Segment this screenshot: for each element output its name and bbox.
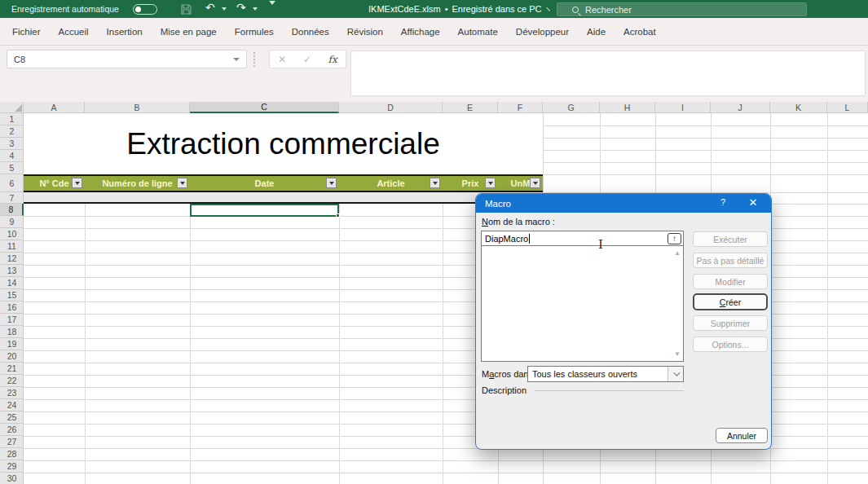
row-header-30[interactable]: 30 xyxy=(0,473,24,484)
scroll-up-icon[interactable]: ▲ xyxy=(674,249,681,257)
insert-function-icon[interactable]: fx xyxy=(328,54,337,65)
undo-dropdown-icon[interactable] xyxy=(222,7,227,11)
macro-name-input[interactable]: DiapMacro ↑ xyxy=(481,231,684,246)
ribbon-tab-formules[interactable]: Formules xyxy=(226,18,283,45)
save-icon[interactable] xyxy=(181,3,192,18)
column-header-l[interactable]: L xyxy=(827,102,868,113)
row-header-22[interactable]: 22 xyxy=(0,375,24,387)
row-header-14[interactable]: 14 xyxy=(0,277,24,289)
row-header-15[interactable]: 15 xyxy=(0,289,24,301)
ribbon-tab-développeur[interactable]: Développeur xyxy=(507,18,578,45)
cancel-button[interactable]: Annuler xyxy=(716,428,768,443)
fill-handle[interactable] xyxy=(336,213,340,218)
row-header-12[interactable]: 12 xyxy=(0,253,24,265)
column-headers: ABCDEFGHIJKL xyxy=(24,102,868,113)
table-spacer-row[interactable] xyxy=(24,192,543,204)
ribbon-tab-révision[interactable]: Révision xyxy=(338,18,392,45)
merged-title-cell[interactable]: Extraction commerciale xyxy=(24,113,543,174)
supprimer-button[interactable]: Supprimer xyxy=(693,315,768,331)
ribbon-tab-affichage[interactable]: Affichage xyxy=(392,18,449,45)
column-header-f[interactable]: F xyxy=(498,102,543,113)
name-box[interactable]: C8 xyxy=(7,50,247,68)
filter-dropdown-icon[interactable] xyxy=(430,178,440,188)
cancel-entry-icon[interactable]: ✕ xyxy=(278,54,286,65)
filter-dropdown-icon[interactable] xyxy=(177,178,187,188)
row-header-18[interactable]: 18 xyxy=(0,326,24,338)
document-title[interactable]: IKMExtCdeE.xlsm • Enregistré dans ce PC xyxy=(368,4,551,14)
row-header-19[interactable]: 19 xyxy=(0,338,24,350)
pas-à-pas-détaillé-button[interactable]: Pas à pas détaillé xyxy=(693,253,768,268)
modifier-button[interactable]: Modifier xyxy=(693,274,768,289)
autosave-toggle[interactable] xyxy=(133,4,157,15)
combo-dropdown-icon[interactable] xyxy=(668,367,683,381)
collapse-up-icon[interactable]: ↑ xyxy=(668,233,681,244)
column-header-i[interactable]: I xyxy=(655,102,711,113)
row-header-16[interactable]: 16 xyxy=(0,301,24,314)
column-header-c[interactable]: C xyxy=(190,102,339,113)
toggle-knob xyxy=(135,7,141,12)
macro-listbox[interactable]: ▲ ▼ xyxy=(481,246,684,362)
column-header-d[interactable]: D xyxy=(339,102,443,113)
row-header-1[interactable]: 1 xyxy=(0,113,24,125)
ribbon-tab-données[interactable]: Données xyxy=(283,18,338,45)
column-header-a[interactable]: A xyxy=(24,102,85,113)
filter-dropdown-icon[interactable] xyxy=(530,178,540,188)
column-header-b[interactable]: B xyxy=(85,102,190,113)
redo-dropdown-icon[interactable] xyxy=(253,7,258,11)
créer-button[interactable]: Créer xyxy=(693,293,768,310)
filter-dropdown-icon[interactable] xyxy=(326,178,337,188)
row-header-11[interactable]: 11 xyxy=(0,240,24,253)
row-header-23[interactable]: 23 xyxy=(0,387,24,399)
column-header-e[interactable]: E xyxy=(443,102,498,113)
gridline-horizontal xyxy=(543,174,868,175)
row-header-7[interactable]: 7 xyxy=(0,192,24,204)
row-header-27[interactable]: 27 xyxy=(0,436,24,448)
row-header-6[interactable]: 6 xyxy=(0,174,24,192)
help-icon[interactable]: ? xyxy=(717,197,729,207)
row-header-10[interactable]: 10 xyxy=(0,228,24,240)
ribbon-tab-accueil[interactable]: Accueil xyxy=(50,18,98,45)
row-header-17[interactable]: 17 xyxy=(0,314,24,326)
row-header-20[interactable]: 20 xyxy=(0,350,24,363)
row-header-28[interactable]: 28 xyxy=(0,448,24,460)
formula-input[interactable] xyxy=(350,51,866,96)
row-header-9[interactable]: 9 xyxy=(0,216,24,228)
column-header-k[interactable]: K xyxy=(770,102,827,113)
confirm-entry-icon[interactable]: ✓ xyxy=(303,54,311,65)
row-header-26[interactable]: 26 xyxy=(0,424,24,436)
select-all-corner[interactable] xyxy=(0,102,24,113)
column-header-j[interactable]: J xyxy=(711,102,770,113)
close-icon[interactable]: ✕ xyxy=(747,196,760,209)
filter-dropdown-icon[interactable] xyxy=(485,178,496,188)
column-header-g[interactable]: G xyxy=(543,102,600,113)
row-header-13[interactable]: 13 xyxy=(0,265,24,277)
scroll-down-icon[interactable]: ▼ xyxy=(674,350,681,358)
row-header-4[interactable]: 4 xyxy=(0,150,24,162)
filter-dropdown-icon[interactable] xyxy=(72,178,82,188)
macros-in-select[interactable]: Tous les classeurs ouverts xyxy=(527,366,684,382)
row-header-2[interactable]: 2 xyxy=(0,125,24,138)
row-header-25[interactable]: 25 xyxy=(0,411,24,424)
redo-icon[interactable]: ↷ xyxy=(236,1,246,14)
row-header-29[interactable]: 29 xyxy=(0,460,24,473)
ribbon-tab-fichier[interactable]: Fichier xyxy=(3,18,50,45)
undo-icon[interactable]: ↶ xyxy=(205,1,215,14)
formula-buttons: ✕ ✓ fx xyxy=(269,50,346,68)
row-header-21[interactable]: 21 xyxy=(0,363,24,375)
row-header-8[interactable]: 8 xyxy=(0,204,24,216)
selected-cell-c8[interactable] xyxy=(190,204,339,217)
ribbon-tab-acrobat[interactable]: Acrobat xyxy=(615,18,665,45)
options-button[interactable]: Options... xyxy=(693,337,768,352)
name-box-dropdown-icon[interactable] xyxy=(233,58,240,61)
row-header-5[interactable]: 5 xyxy=(0,162,24,174)
exécuter-button[interactable]: Exécuter xyxy=(693,231,768,247)
row-header-3[interactable]: 3 xyxy=(0,138,24,150)
ribbon-tab-aide[interactable]: Aide xyxy=(578,18,615,45)
ribbon-tab-mise-en-page[interactable]: Mise en page xyxy=(152,18,226,45)
ribbon-tab-automate[interactable]: Automate xyxy=(449,18,507,45)
search-input[interactable]: Rechercher xyxy=(557,2,807,16)
column-header-h[interactable]: H xyxy=(600,102,655,113)
row-header-24[interactable]: 24 xyxy=(0,399,24,411)
ribbon-tab-insertion[interactable]: Insertion xyxy=(98,18,152,45)
file-status: Enregistré dans ce PC xyxy=(452,4,542,14)
